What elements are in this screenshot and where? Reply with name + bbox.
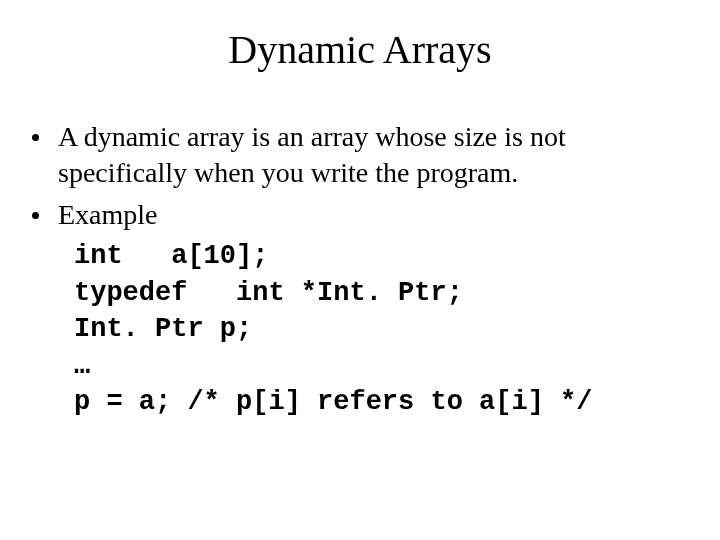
bullet-text: A dynamic array is an array whose size i… xyxy=(58,121,566,188)
bullet-item: A dynamic array is an array whose size i… xyxy=(30,119,690,191)
slide: Dynamic Arrays A dynamic array is an arr… xyxy=(0,0,720,540)
bullet-icon xyxy=(32,212,39,219)
bullet-icon xyxy=(32,134,39,141)
bullet-list: A dynamic array is an array whose size i… xyxy=(30,119,690,232)
slide-content: A dynamic array is an array whose size i… xyxy=(30,119,690,421)
code-block: int a[10]; typedef int *Int. Ptr; Int. P… xyxy=(74,238,690,420)
slide-title: Dynamic Arrays xyxy=(30,26,690,73)
bullet-text: Example xyxy=(58,199,158,230)
bullet-item: Example xyxy=(30,197,690,233)
